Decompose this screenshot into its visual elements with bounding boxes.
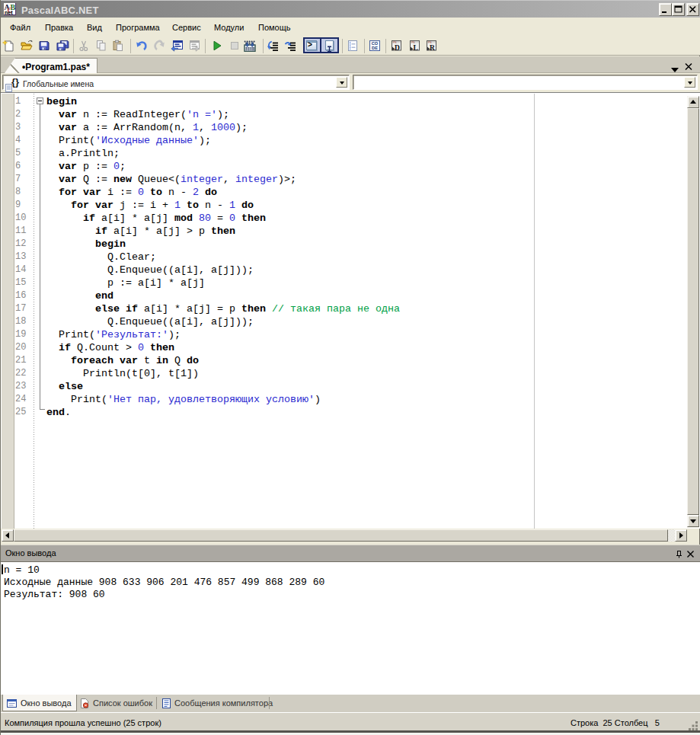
svg-text:R: R bbox=[430, 44, 435, 52]
svg-text:net: net bbox=[5, 10, 13, 15]
svg-text:L: L bbox=[413, 44, 417, 52]
svg-text:DE: DE bbox=[372, 46, 378, 50]
svg-text:D: D bbox=[395, 44, 400, 52]
